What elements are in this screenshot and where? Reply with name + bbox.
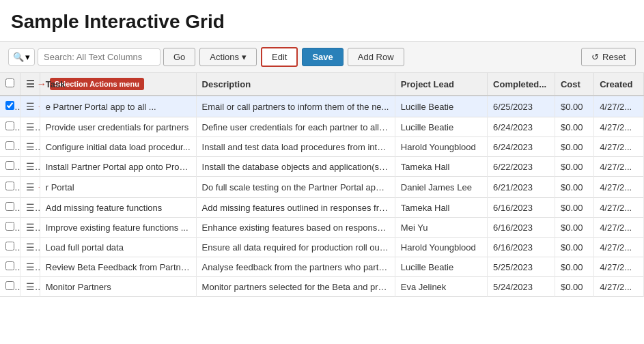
table-row: ☰Load full portal dataEnsure all data re…	[0, 238, 644, 257]
header-project-lead: Project Lead	[395, 73, 487, 96]
table-row: ☰Provide user credentials for partnersDe…	[0, 117, 644, 137]
hamburger-icon: ☰	[26, 141, 40, 152]
row-checkbox-cell	[0, 137, 20, 157]
row-checkbox[interactable]	[5, 222, 14, 231]
row-checkbox[interactable]	[5, 161, 14, 170]
row-completed: 6/21/2023	[488, 177, 555, 198]
hamburger-icon: ☰	[26, 281, 40, 292]
row-created: 4/27/2...	[594, 257, 644, 277]
hamburger-icon: ☰	[26, 261, 40, 272]
row-description: Do full scale testing on the Partner Por…	[196, 177, 395, 198]
actions-button[interactable]: Actions ▾	[199, 48, 257, 66]
row-created: 4/27/2...	[594, 218, 644, 238]
row-cost: $0.00	[555, 177, 593, 198]
row-task: e Partner Portal app to all ...	[40, 96, 196, 117]
row-task: Provide user credentials for partners	[40, 117, 196, 137]
edit-button[interactable]: Edit	[261, 47, 298, 67]
reset-button[interactable]: ↺ Reset	[581, 48, 636, 66]
select-all-checkbox[interactable]	[5, 78, 14, 87]
row-menu-cell[interactable]: ☰	[20, 157, 40, 177]
table-row: ☰→Select Rowe Partner Portal app to all …	[0, 96, 644, 117]
hamburger-icon: ☰	[26, 242, 40, 253]
row-description: Add missing features outlined in respons…	[196, 198, 395, 218]
row-description: Enhance existing features based on respo…	[196, 218, 395, 238]
grid-container: ☰ → Selection Actions menu Task Descript…	[0, 73, 644, 297]
row-project-lead: Lucille Beatie	[395, 117, 487, 137]
row-cost: $0.00	[555, 96, 593, 117]
row-task: Monitor Partners	[40, 277, 196, 297]
hamburger-icon: ☰	[26, 121, 40, 132]
row-menu-cell[interactable]: ☰	[20, 277, 40, 297]
search-dropdown-icon: ▾	[25, 52, 30, 62]
search-icon: 🔍	[13, 52, 24, 62]
row-cost: $0.00	[555, 137, 593, 157]
row-checkbox[interactable]	[5, 182, 14, 190]
row-cost: $0.00	[555, 157, 593, 177]
row-created: 4/27/2...	[594, 277, 644, 297]
row-created: 4/27/2...	[594, 157, 644, 177]
search-input[interactable]	[38, 48, 160, 66]
row-menu-cell[interactable]: ☰	[20, 238, 40, 257]
interactive-grid: ☰ → Selection Actions menu Task Descript…	[0, 73, 644, 297]
row-project-lead: Harold Youngblood	[395, 137, 487, 157]
row-description: Install the database objects and applica…	[196, 157, 395, 177]
row-task: Install Partner Portal app onto Prod...	[40, 157, 196, 177]
row-checkbox[interactable]	[5, 281, 14, 290]
row-project-lead: Lucille Beatie	[395, 257, 487, 277]
row-created: 4/27/2...	[594, 198, 644, 218]
go-button[interactable]: Go	[163, 48, 195, 66]
row-checkbox[interactable]	[5, 101, 14, 110]
row-completed: 6/16/2023	[488, 238, 555, 257]
row-checkbox[interactable]	[5, 202, 14, 211]
row-created: 4/27/2...	[594, 96, 644, 117]
toolbar: 🔍 ▾ Go Actions ▾ Edit Save Add Row ↺ Res…	[0, 41, 644, 73]
row-menu-cell[interactable]: ☰→Select Row	[20, 96, 40, 117]
table-row: ☰Add missing feature functionsAdd missin…	[0, 198, 644, 218]
row-description: Monitor partners selected for the Beta a…	[196, 277, 395, 297]
reset-icon: ↺	[591, 52, 599, 62]
row-menu-cell[interactable]: ☰	[20, 117, 40, 137]
row-completed: 6/22/2023	[488, 157, 555, 177]
row-description: Install and test data load procedures fr…	[196, 137, 395, 157]
add-row-button[interactable]: Add Row	[348, 48, 404, 66]
row-checkbox-cell	[0, 238, 20, 257]
row-description: Email or call partners to inform them of…	[196, 96, 395, 117]
row-checkbox[interactable]	[5, 261, 14, 270]
save-button[interactable]: Save	[302, 48, 343, 66]
page-title: Sample Interactive Grid	[0, 0, 644, 41]
row-task: Add missing feature functions	[40, 198, 196, 218]
row-task: Improve existing feature functions ...	[40, 218, 196, 238]
row-project-lead: Harold Youngblood	[395, 238, 487, 257]
row-actions-arrow: →	[37, 182, 40, 192]
row-menu-cell[interactable]: ☰	[20, 218, 40, 238]
row-menu-cell[interactable]: ☰	[20, 198, 40, 218]
row-menu-cell[interactable]: ☰	[20, 257, 40, 277]
row-created: 4/27/2...	[594, 177, 644, 198]
row-checkbox[interactable]	[5, 242, 14, 250]
row-checkbox[interactable]	[5, 141, 14, 150]
row-created: 4/27/2...	[594, 238, 644, 257]
row-completed: 6/16/2023	[488, 218, 555, 238]
row-checkbox-cell	[0, 157, 20, 177]
header-created: Created	[594, 73, 644, 96]
hamburger-icon: ☰	[26, 222, 40, 233]
row-cost: $0.00	[555, 117, 593, 137]
actions-label: Actions	[210, 52, 239, 62]
row-project-lead: Mei Yu	[395, 218, 487, 238]
hamburger-icon: ☰	[26, 182, 35, 192]
header-cost: Cost	[555, 73, 593, 96]
row-task: Load full portal data	[40, 238, 196, 257]
search-toggle-button[interactable]: 🔍 ▾	[8, 48, 35, 66]
row-menu-cell[interactable]: ☰→Row Actions menu	[20, 177, 40, 198]
row-checkbox[interactable]	[5, 121, 14, 130]
row-checkbox-cell	[0, 117, 20, 137]
row-menu-cell[interactable]: ☰	[20, 137, 40, 157]
hamburger-icon: ☰	[26, 101, 35, 112]
row-completed: 6/24/2023	[488, 137, 555, 157]
row-project-lead: Tameka Hall	[395, 198, 487, 218]
selection-actions-arrow: →	[37, 78, 46, 89]
search-area: 🔍 ▾ Go	[8, 48, 195, 66]
row-completed: 5/24/2023	[488, 277, 555, 297]
row-task: Review Beta Feedback from Partners	[40, 257, 196, 277]
row-checkbox-cell	[0, 96, 20, 117]
